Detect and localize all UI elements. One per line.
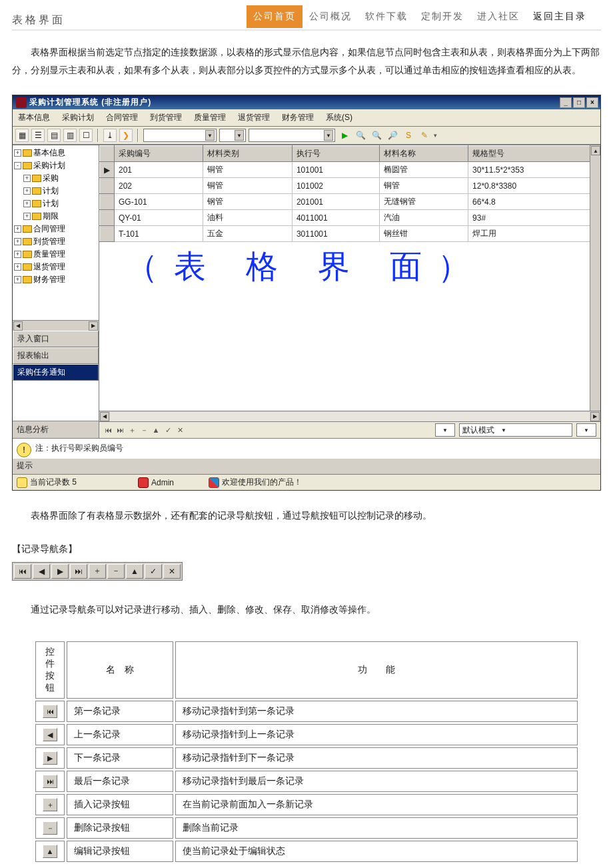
recnav-button[interactable]: ▶: [51, 564, 69, 579]
recnav-button[interactable]: －: [107, 564, 125, 579]
recnav-button[interactable]: ◀: [33, 564, 50, 579]
nav-community[interactable]: 进入社区: [470, 5, 526, 28]
grid-cell[interactable]: 钢丝钳: [379, 226, 468, 242]
toolbar-btn-4[interactable]: ▥: [63, 129, 77, 142]
tree-item[interactable]: +期限: [14, 210, 97, 223]
grid-cell[interactable]: 3011001: [292, 226, 379, 242]
scroll-up-icon[interactable]: ▲: [591, 146, 600, 155]
tree-item[interactable]: +采购: [14, 172, 97, 185]
grid-cell[interactable]: QY-01: [115, 210, 203, 226]
grid-column-header[interactable]: 执行号: [292, 146, 379, 162]
tree-item[interactable]: +财务管理: [14, 273, 97, 286]
table-row[interactable]: T-101五金3011001钢丝钳焊工用: [100, 226, 600, 242]
grid-cell[interactable]: 66*4.8: [468, 194, 600, 210]
tree-expand-icon[interactable]: +: [23, 200, 31, 207]
toolbar-export-icon[interactable]: ⤓: [103, 129, 117, 142]
nav-last-icon[interactable]: ⏭: [115, 426, 125, 434]
sidebar-button[interactable]: 录入窗口: [13, 331, 99, 347]
grid-cell[interactable]: 4011001: [292, 210, 379, 226]
search-all-icon[interactable]: 🔍: [370, 129, 383, 142]
tree-expand-icon[interactable]: +: [23, 213, 31, 220]
grid-cell[interactable]: 201001: [292, 194, 379, 210]
dropdown-caret-icon[interactable]: ▾: [434, 132, 437, 139]
menu-finance[interactable]: 财务管理: [282, 112, 314, 123]
grid-cell[interactable]: 201: [115, 162, 203, 178]
tree-item[interactable]: +退货管理: [14, 261, 97, 273]
tree-expand-icon[interactable]: +: [14, 225, 21, 233]
nav-home[interactable]: 公司首页: [247, 5, 303, 28]
grid-cell[interactable]: 椭圆管: [379, 162, 468, 178]
tree-expand-icon[interactable]: -: [14, 162, 21, 169]
grid-cell[interactable]: T-101: [115, 226, 203, 242]
grid-cell[interactable]: 铜管: [203, 162, 292, 178]
menu-arrive[interactable]: 到货管理: [150, 112, 182, 123]
maximize-button[interactable]: □: [573, 97, 585, 108]
toolbar-btn-5[interactable]: ☐: [79, 129, 93, 142]
toolbar-dropdown-2[interactable]: ▼: [219, 129, 246, 142]
nav-about[interactable]: 公司概况: [303, 5, 358, 28]
tree-expand-icon[interactable]: +: [14, 149, 21, 157]
toolbar-arrow-icon[interactable]: ❯: [119, 129, 133, 142]
nav-dropdown-small-2[interactable]: ▼: [576, 423, 596, 437]
menu-basic-info[interactable]: 基本信息: [18, 112, 50, 123]
recnav-button[interactable]: ⏭: [70, 564, 87, 579]
record-nav-icons[interactable]: ⏮ ⏭ ＋ － ▲ ✓ ✕: [103, 425, 185, 435]
sidebar-button[interactable]: 报表输出: [13, 347, 99, 364]
nav-minus-icon[interactable]: －: [139, 425, 149, 435]
recnav-button[interactable]: ✕: [163, 564, 181, 579]
s-icon[interactable]: S: [402, 129, 415, 142]
table-row[interactable]: QY-01油料4011001汽油93#: [100, 210, 600, 226]
recnav-button[interactable]: ⏮: [14, 564, 31, 579]
close-button[interactable]: ×: [586, 97, 598, 108]
grid-cell[interactable]: 铜管: [203, 178, 292, 194]
nav-dropdown-small[interactable]: ▼: [435, 423, 455, 437]
recnav-button[interactable]: ＋: [89, 564, 106, 579]
table-row[interactable]: ▶201铜管101001椭圆管30*11.5*2*353: [100, 162, 600, 178]
menu-quality[interactable]: 质量管理: [194, 112, 226, 123]
grid-cell[interactable]: 101001: [292, 162, 379, 178]
nav-cancel-icon[interactable]: ✕: [175, 426, 185, 435]
grid-cell[interactable]: 202: [115, 178, 203, 194]
grid-cell[interactable]: 93#: [468, 210, 600, 226]
nav-add-icon[interactable]: ＋: [127, 425, 137, 435]
tree-item[interactable]: +合同管理: [14, 223, 97, 235]
toolbar-btn-3[interactable]: ▤: [47, 129, 61, 142]
scroll-right-icon[interactable]: ▶: [89, 321, 98, 331]
grid-cell[interactable]: 铜管: [379, 178, 468, 194]
recnav-button[interactable]: ▲: [126, 564, 143, 579]
tree-expand-icon[interactable]: +: [23, 187, 31, 195]
tree-item[interactable]: +到货管理: [14, 235, 97, 248]
grid-column-header[interactable]: 规格型号: [468, 146, 600, 162]
recnav-button[interactable]: ✓: [145, 564, 162, 579]
grid-cell[interactable]: 焊工用: [468, 226, 600, 242]
tree-item[interactable]: -采购计划: [14, 159, 97, 172]
zoom-icon[interactable]: 🔎: [386, 129, 399, 142]
grid-cell[interactable]: 101002: [292, 178, 379, 194]
toolbar-dropdown-1[interactable]: ▼: [143, 129, 217, 142]
tree-item[interactable]: +基本信息: [14, 147, 97, 159]
grid-hscroll[interactable]: ◀ ▶: [99, 411, 600, 421]
grid-cell[interactable]: 无缝钢管: [379, 194, 468, 210]
grid-column-header[interactable]: 材料名称: [379, 146, 468, 162]
grid-cell[interactable]: 油料: [203, 210, 292, 226]
tree-expand-icon[interactable]: +: [14, 276, 21, 283]
table-row[interactable]: 202铜管101002铜管12*0.8*3380: [100, 178, 600, 194]
grid-vscroll[interactable]: ▲: [590, 145, 600, 411]
toolbar-btn-2[interactable]: ☰: [31, 129, 45, 142]
nav-return-index[interactable]: 返回主目录: [526, 5, 593, 28]
grid-cell[interactable]: 钢管: [203, 194, 292, 210]
nav-download[interactable]: 软件下载: [358, 5, 414, 28]
grid-column-header[interactable]: 采购编号: [115, 146, 203, 162]
grid-cell[interactable]: 12*0.8*3380: [468, 178, 600, 194]
tree-hscroll[interactable]: ◀ ▶: [13, 320, 99, 331]
nav-first-icon[interactable]: ⏮: [103, 426, 113, 434]
menu-contract[interactable]: 合同管理: [106, 112, 138, 123]
grid-cell[interactable]: 五金: [203, 226, 292, 242]
scroll-left-icon[interactable]: ◀: [13, 321, 23, 331]
tree-expand-icon[interactable]: +: [14, 238, 21, 245]
tree-item[interactable]: +计划: [14, 197, 97, 210]
data-grid[interactable]: 采购编号材料类别执行号材料名称规格型号 ▶201铜管101001椭圆管30*11…: [99, 145, 600, 242]
tree-item[interactable]: +计划: [14, 185, 97, 197]
scroll-left-icon[interactable]: ◀: [100, 412, 109, 421]
nav-ok-icon[interactable]: ✓: [163, 426, 173, 435]
